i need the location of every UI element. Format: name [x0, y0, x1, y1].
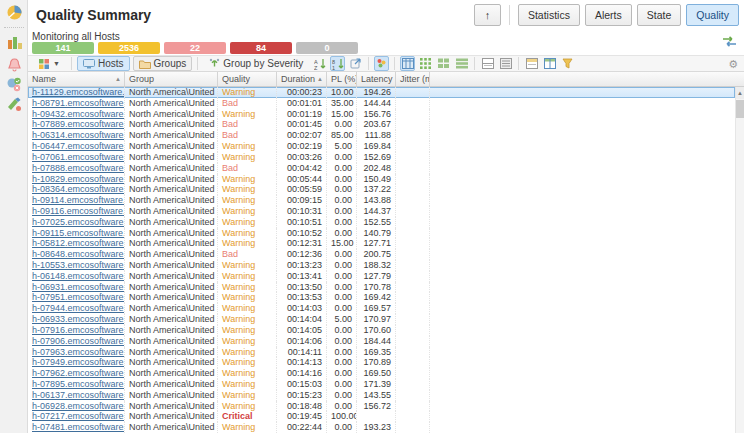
bar-chart-icon[interactable] [6, 34, 23, 51]
scroll-up-button[interactable]: ↑ [474, 4, 501, 26]
view-details-pane-icon[interactable] [524, 56, 539, 71]
table-row[interactable]: h-07217.emcosoftware.comNorth America\Un… [28, 411, 735, 422]
host-link[interactable]: h-09432.emcosoftware.com [32, 109, 125, 119]
column-header-duration[interactable]: Duration ▲ [277, 72, 327, 86]
tab-alerts[interactable]: Alerts [585, 4, 632, 26]
column-header-quality[interactable]: Quality [218, 72, 277, 86]
table-row[interactable]: h-06931.emcosoftware.comNorth America\Un… [28, 282, 735, 293]
table-row[interactable]: h-08791.emcosoftware.comNorth America\Un… [28, 98, 735, 109]
sort-by-severity-icon[interactable]: 8 1 [330, 56, 345, 71]
view-list-icon[interactable] [498, 56, 513, 71]
host-link[interactable]: h-08364.emcosoftware.com [32, 184, 125, 194]
host-link[interactable]: h-07916.emcosoftware.com [32, 325, 125, 335]
column-header-group[interactable]: Group [125, 72, 218, 86]
host-link[interactable]: h-11129.emcosoftware.com [32, 87, 125, 97]
host-link[interactable]: h-06928.emcosoftware.com [32, 401, 125, 411]
table-row[interactable]: h-07025.emcosoftware.comNorth America\Un… [28, 217, 735, 228]
table-row[interactable]: h-07888.emcosoftware.comNorth America\Un… [28, 163, 735, 174]
alerts-bell-icon[interactable] [6, 57, 23, 74]
host-link[interactable]: h-09116.emcosoftware.com [32, 206, 125, 216]
table-row[interactable]: h-07944.emcosoftware.comNorth America\Un… [28, 303, 735, 314]
table-row[interactable]: h-06314.emcosoftware.comNorth America\Un… [28, 130, 735, 141]
view-columns-icon[interactable] [542, 56, 557, 71]
table-row[interactable]: h-07481.emcosoftware.comNorth America\Un… [28, 422, 735, 433]
table-row[interactable]: h-10829.emcosoftware.comNorth America\Un… [28, 174, 735, 185]
scrollbar-thumb[interactable] [736, 100, 744, 118]
view-grid-icon[interactable] [418, 56, 433, 71]
host-link[interactable]: h-07025.emcosoftware.com [32, 217, 125, 227]
host-link[interactable]: h-08648.emcosoftware.com [32, 249, 125, 259]
column-header-latency[interactable]: Latency (ms) [357, 72, 396, 86]
host-link[interactable]: h-07962.emcosoftware.com [32, 368, 125, 378]
column-header-name[interactable]: Name ▲ [28, 72, 125, 86]
host-link[interactable]: h-06447.emcosoftware.com [32, 141, 125, 151]
open-in-window-icon[interactable] [348, 56, 363, 71]
host-link[interactable]: h-07889.emcosoftware.com [32, 119, 125, 129]
table-row[interactable]: h-06137.emcosoftware.comNorth America\Un… [28, 390, 735, 401]
view-tiles-icon[interactable] [436, 56, 451, 71]
table-row[interactable]: h-06928.emcosoftware.comNorth America\Un… [28, 401, 735, 412]
host-link[interactable]: h-06931.emcosoftware.com [32, 282, 125, 292]
badge-good[interactable]: 141 [32, 42, 94, 54]
tab-statistics[interactable]: Statistics [518, 4, 580, 26]
sync-arrows-icon[interactable] [722, 34, 737, 49]
table-row[interactable]: h-05812.emcosoftware.comNorth America\Un… [28, 238, 735, 249]
host-link[interactable]: h-10553.emcosoftware.com [32, 260, 125, 270]
table-row[interactable]: h-07889.emcosoftware.comNorth America\Un… [28, 119, 735, 130]
host-link[interactable]: h-09115.emcosoftware.com [32, 228, 125, 238]
table-row[interactable]: h-09114.emcosoftware.comNorth America\Un… [28, 195, 735, 206]
host-link[interactable]: h-07061.emcosoftware.com [32, 152, 125, 162]
host-link[interactable]: h-07906.emcosoftware.com [32, 336, 125, 346]
host-link[interactable]: h-07895.emcosoftware.com [32, 379, 125, 389]
state-dots-icon[interactable] [6, 76, 23, 93]
host-link[interactable]: h-07217.emcosoftware.com [32, 411, 125, 421]
badge-warning[interactable]: 2536 [98, 42, 160, 54]
host-link[interactable]: h-08791.emcosoftware.com [32, 98, 125, 108]
group-by-severity-button[interactable]: Group by Severity [203, 56, 309, 71]
table-row[interactable]: h-07916.emcosoftware.comNorth America\Un… [28, 325, 735, 336]
host-link[interactable]: h-06314.emcosoftware.com [32, 130, 125, 140]
vertical-scrollbar[interactable]: ▲ [735, 87, 744, 433]
view-table-icon[interactable] [400, 56, 415, 71]
host-link[interactable]: h-07949.emcosoftware.com [32, 357, 125, 367]
host-link[interactable]: h-07888.emcosoftware.com [32, 163, 125, 173]
pie-chart-icon[interactable] [6, 4, 23, 21]
tab-state[interactable]: State [637, 4, 682, 26]
table-row[interactable]: h-08364.emcosoftware.comNorth America\Un… [28, 184, 735, 195]
table-row[interactable]: h-09432.emcosoftware.comNorth America\Un… [28, 109, 735, 120]
quality-brush-icon[interactable] [6, 96, 23, 113]
column-header-pl[interactable]: PL (%) [327, 72, 357, 86]
table-row[interactable]: h-08648.emcosoftware.comNorth America\Un… [28, 249, 735, 260]
table-row[interactable]: h-11129.emcosoftware.comNorth America\Un… [28, 87, 735, 98]
table-row[interactable]: h-09116.emcosoftware.comNorth America\Un… [28, 206, 735, 217]
sort-alphabetical-icon[interactable]: A Z [312, 56, 327, 71]
host-link[interactable]: h-06137.emcosoftware.com [32, 390, 125, 400]
host-link[interactable]: h-07481.emcosoftware.com [32, 422, 125, 432]
badge-bad[interactable]: 22 [164, 42, 226, 54]
host-link[interactable]: h-06933.emcosoftware.com [32, 314, 125, 324]
table-row[interactable]: h-06933.emcosoftware.comNorth America\Un… [28, 314, 735, 325]
table-row[interactable]: h-07895.emcosoftware.comNorth America\Un… [28, 379, 735, 390]
host-link[interactable]: h-10829.emcosoftware.com [32, 174, 125, 184]
host-link[interactable]: h-09114.emcosoftware.com [32, 195, 125, 205]
host-link[interactable]: h-07944.emcosoftware.com [32, 303, 125, 313]
table-row[interactable]: h-09115.emcosoftware.comNorth America\Un… [28, 228, 735, 239]
hosts-button[interactable]: Hosts [77, 56, 130, 71]
view-split-icon[interactable] [480, 56, 495, 71]
table-row[interactable]: h-07962.emcosoftware.comNorth America\Un… [28, 368, 735, 379]
table-row[interactable]: h-07963.emcosoftware.comNorth America\Un… [28, 347, 735, 358]
badge-critical[interactable]: 84 [230, 42, 292, 54]
severity-dots-icon[interactable] [374, 56, 389, 71]
groups-button[interactable]: Groups [133, 56, 193, 71]
host-link[interactable]: h-07963.emcosoftware.com [32, 347, 125, 357]
table-row[interactable]: h-06148.emcosoftware.comNorth America\Un… [28, 271, 735, 282]
view-mode-dropdown[interactable]: ▼ [32, 56, 66, 71]
table-row[interactable]: h-07949.emcosoftware.comNorth America\Un… [28, 357, 735, 368]
table-row[interactable]: h-07951.emcosoftware.comNorth America\Un… [28, 292, 735, 303]
table-row[interactable]: h-10553.emcosoftware.comNorth America\Un… [28, 260, 735, 271]
settings-gear-icon[interactable]: ⚙ [728, 58, 738, 71]
host-link[interactable]: h-06148.emcosoftware.com [32, 271, 125, 281]
table-row[interactable]: h-07906.emcosoftware.comNorth America\Un… [28, 336, 735, 347]
tab-quality[interactable]: Quality [686, 4, 739, 26]
table-row[interactable]: h-06447.emcosoftware.comNorth America\Un… [28, 141, 735, 152]
